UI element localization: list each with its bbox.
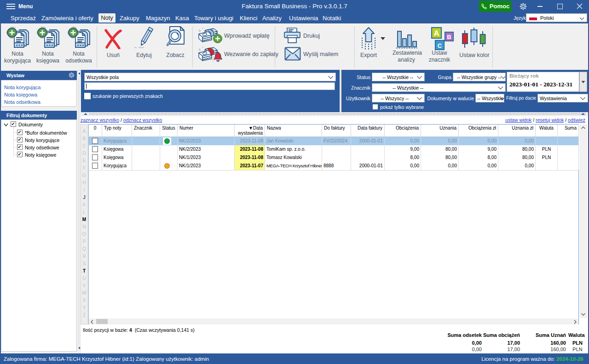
svg-text:A: A	[434, 29, 439, 37]
svg-text:C: C	[438, 42, 442, 49]
svg-text:B: B	[447, 34, 451, 40]
